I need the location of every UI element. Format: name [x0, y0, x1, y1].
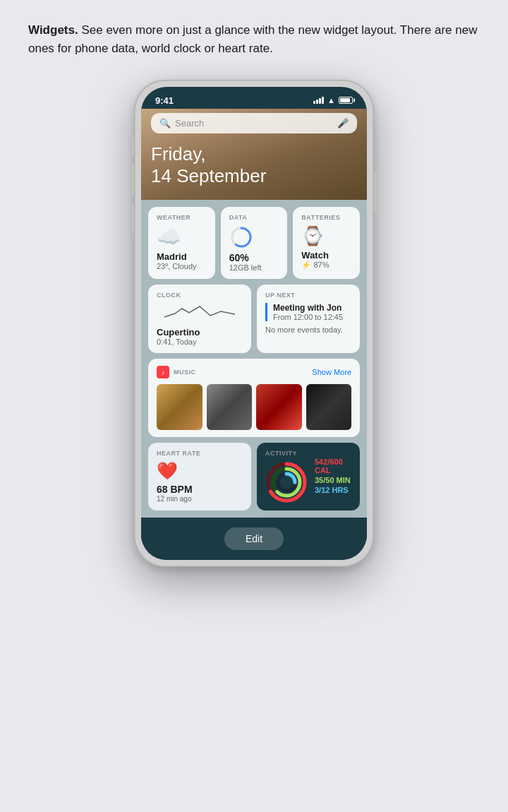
- intro-bold: Widgets.: [28, 23, 78, 37]
- search-placeholder: Search: [175, 118, 333, 129]
- activity-rings-svg: [265, 461, 308, 503]
- activity-cal: 542/600 CAL: [315, 458, 351, 474]
- search-bar[interactable]: 🔍 Search 🎤: [151, 113, 357, 133]
- music-title-row: ♪ MUSIC: [157, 366, 196, 378]
- activity-hrs: 3/12 HRS: [315, 486, 351, 494]
- intro-rest: See even more on just a glance with the …: [28, 23, 477, 55]
- volume-up-button: [132, 165, 134, 196]
- heartrate-widget: HEART RATE ❤️ 68 BPM 12 min ago: [148, 443, 251, 511]
- data-remaining: 12GB left: [229, 263, 279, 272]
- wallpaper: 🔍 Search 🎤 Friday, 14 September: [141, 109, 367, 200]
- date-display: Friday, 14 September: [151, 141, 357, 190]
- bottom-row: HEART RATE ❤️ 68 BPM 12 min ago ACTIVITY: [148, 443, 360, 511]
- battery-fill: [340, 98, 350, 102]
- music-albums: [157, 384, 351, 430]
- data-circle-svg: [229, 225, 253, 249]
- signal-bars: [313, 97, 324, 104]
- activity-title: ACTIVITY: [265, 450, 308, 457]
- weather-cloud-icon: ☁️: [157, 225, 207, 249]
- data-title: DATA: [229, 214, 279, 221]
- wifi-icon: ▲: [327, 96, 335, 105]
- volume-silent-button: [132, 136, 134, 156]
- music-icon: ♪: [162, 369, 165, 376]
- status-time: 9:41: [155, 95, 174, 106]
- battery-icon: [339, 97, 353, 104]
- weather-title: WEATHER: [157, 214, 207, 221]
- activity-widget: ACTIVITY: [257, 443, 360, 511]
- data-percent: 60%: [229, 252, 279, 263]
- clock-wave-svg: [157, 303, 243, 324]
- edit-button[interactable]: Edit: [224, 527, 284, 550]
- signal-bar-3: [319, 98, 321, 104]
- activity-stats: 542/600 CAL 35/50 MIN 3/12 HRS: [315, 458, 351, 496]
- data-widget: DATA 60% 12GB left: [221, 207, 288, 279]
- phone-notch: [208, 87, 300, 107]
- activity-content: ACTIVITY: [265, 450, 308, 503]
- phone-screen: 9:41 ▲ 🔍 Search 🎤: [141, 87, 367, 560]
- activity-rings: [265, 461, 308, 503]
- album-art-2[interactable]: [207, 384, 253, 430]
- clock-city: Cupertino: [157, 327, 243, 338]
- widget-row-2: CLOCK Cupertino 0:41, Today UP NEXT Meet…: [148, 285, 360, 353]
- clock-time: 0:41, Today: [157, 338, 243, 346]
- phone-mockup: 9:41 ▲ 🔍 Search 🎤: [134, 80, 374, 567]
- upnext-event-title: Meeting with Jon: [273, 303, 351, 313]
- batteries-title: BATTERIES: [301, 214, 351, 221]
- music-label: MUSIC: [174, 369, 196, 376]
- heart-icon: ❤️: [157, 461, 243, 481]
- mic-icon: 🎤: [337, 118, 349, 129]
- album-art-1[interactable]: [157, 384, 202, 430]
- bpm-value: 68 BPM: [157, 484, 243, 495]
- weather-widget: WEATHER ☁️ Madrid 23º, Cloudy: [148, 207, 215, 279]
- signal-bar-2: [316, 100, 318, 104]
- intro-paragraph: Widgets. See even more on just a glance …: [28, 21, 480, 59]
- bpm-ago: 12 min ago: [157, 495, 243, 503]
- album-art-3[interactable]: [256, 384, 302, 430]
- clock-wave: [157, 303, 243, 324]
- music-icon-container: ♪: [157, 366, 169, 378]
- upnext-widget: UP NEXT Meeting with Jon From 12:00 to 1…: [257, 285, 360, 353]
- activity-min: 35/50 MIN: [315, 476, 351, 484]
- music-header: ♪ MUSIC Show More: [157, 366, 351, 378]
- weather-city: Madrid: [157, 251, 207, 262]
- upnext-event: Meeting with Jon From 12:00 to 12:45: [265, 303, 351, 321]
- heartrate-title: HEART RATE: [157, 450, 243, 457]
- volume-down-button: [132, 203, 134, 234]
- music-widget: ♪ MUSIC Show More: [148, 359, 360, 437]
- upnext-no-more: No more events today.: [265, 326, 351, 334]
- show-more-button[interactable]: Show More: [312, 368, 351, 376]
- date-full: 14 September: [151, 165, 357, 187]
- edit-button-row: Edit: [141, 518, 367, 560]
- status-icons: ▲: [313, 96, 353, 105]
- upnext-title: UP NEXT: [265, 292, 351, 299]
- upnext-event-time: From 12:00 to 12:45: [273, 313, 351, 321]
- data-circle: [229, 225, 253, 249]
- clock-title: CLOCK: [157, 292, 243, 299]
- watch-icon: ⌚: [301, 225, 351, 247]
- date-day: Friday,: [151, 143, 357, 165]
- batteries-widget: BATTERIES ⌚ Watch ⚡ 87%: [293, 207, 360, 279]
- signal-bar-4: [322, 97, 324, 104]
- clock-widget: CLOCK Cupertino 0:41, Today: [148, 285, 251, 353]
- batteries-device: Watch: [301, 250, 351, 261]
- batteries-level: ⚡ 87%: [301, 261, 351, 270]
- power-button: [374, 172, 376, 214]
- widgets-container: WEATHER ☁️ Madrid 23º, Cloudy DATA 60%: [141, 200, 367, 518]
- weather-condition: 23º, Cloudy: [157, 262, 207, 270]
- search-icon: 🔍: [159, 118, 171, 129]
- album-art-4[interactable]: [306, 384, 352, 430]
- signal-bar-1: [313, 101, 315, 104]
- widget-row-1: WEATHER ☁️ Madrid 23º, Cloudy DATA 60%: [148, 207, 360, 279]
